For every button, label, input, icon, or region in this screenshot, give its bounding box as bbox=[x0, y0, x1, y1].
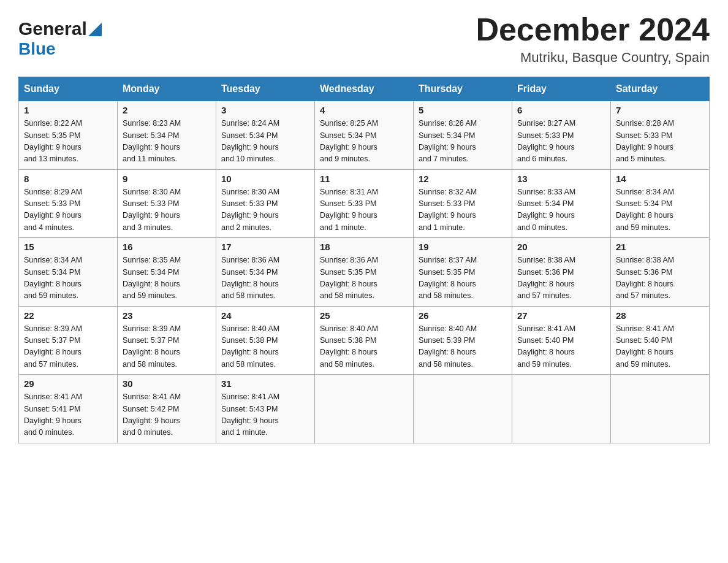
calendar-header-row: Sunday Monday Tuesday Wednesday Thursday… bbox=[19, 77, 710, 101]
table-row: 21 Sunrise: 8:38 AM Sunset: 5:36 PM Dayl… bbox=[611, 238, 710, 307]
table-row: 6 Sunrise: 8:27 AM Sunset: 5:33 PM Dayli… bbox=[512, 101, 611, 170]
title-area: December 2024 Mutriku, Basque Country, S… bbox=[476, 12, 710, 66]
logo-blue-text: Blue bbox=[18, 39, 56, 59]
day-number: 10 bbox=[221, 174, 309, 184]
day-number: 7 bbox=[616, 105, 704, 115]
day-info: Sunrise: 8:25 AM Sunset: 5:34 PM Dayligh… bbox=[320, 118, 408, 166]
table-row: 11 Sunrise: 8:31 AM Sunset: 5:33 PM Dayl… bbox=[315, 169, 414, 238]
table-row: 13 Sunrise: 8:33 AM Sunset: 5:34 PM Dayl… bbox=[512, 169, 611, 238]
day-info: Sunrise: 8:24 AM Sunset: 5:34 PM Dayligh… bbox=[221, 118, 309, 166]
table-row bbox=[315, 375, 414, 443]
table-row: 30 Sunrise: 8:41 AM Sunset: 5:42 PM Dayl… bbox=[118, 375, 216, 443]
header-friday: Friday bbox=[512, 77, 611, 101]
table-row: 31 Sunrise: 8:41 AM Sunset: 5:43 PM Dayl… bbox=[216, 375, 315, 443]
table-row: 7 Sunrise: 8:28 AM Sunset: 5:33 PM Dayli… bbox=[611, 101, 710, 170]
day-info: Sunrise: 8:38 AM Sunset: 5:36 PM Dayligh… bbox=[616, 255, 704, 302]
day-number: 29 bbox=[24, 378, 112, 389]
table-row: 15 Sunrise: 8:34 AM Sunset: 5:34 PM Dayl… bbox=[19, 238, 118, 307]
table-row: 16 Sunrise: 8:35 AM Sunset: 5:34 PM Dayl… bbox=[118, 238, 216, 307]
table-row: 3 Sunrise: 8:24 AM Sunset: 5:34 PM Dayli… bbox=[216, 101, 315, 170]
day-number: 4 bbox=[320, 105, 408, 115]
table-row: 10 Sunrise: 8:30 AM Sunset: 5:33 PM Dayl… bbox=[216, 169, 315, 238]
day-number: 20 bbox=[517, 242, 605, 252]
day-info: Sunrise: 8:26 AM Sunset: 5:34 PM Dayligh… bbox=[419, 118, 507, 166]
table-row: 18 Sunrise: 8:36 AM Sunset: 5:35 PM Dayl… bbox=[315, 238, 414, 307]
table-row: 8 Sunrise: 8:29 AM Sunset: 5:33 PM Dayli… bbox=[19, 169, 118, 238]
day-info: Sunrise: 8:34 AM Sunset: 5:34 PM Dayligh… bbox=[616, 186, 704, 234]
logo-general-text: General bbox=[18, 18, 87, 39]
day-number: 9 bbox=[123, 174, 211, 184]
day-info: Sunrise: 8:30 AM Sunset: 5:33 PM Dayligh… bbox=[221, 186, 309, 234]
day-number: 12 bbox=[419, 174, 507, 184]
header-wednesday: Wednesday bbox=[315, 77, 414, 101]
table-row: 1 Sunrise: 8:22 AM Sunset: 5:35 PM Dayli… bbox=[19, 101, 118, 170]
day-info: Sunrise: 8:36 AM Sunset: 5:35 PM Dayligh… bbox=[320, 255, 408, 302]
day-info: Sunrise: 8:38 AM Sunset: 5:36 PM Dayligh… bbox=[517, 255, 605, 302]
day-number: 25 bbox=[320, 310, 408, 321]
table-row: 22 Sunrise: 8:39 AM Sunset: 5:37 PM Dayl… bbox=[19, 306, 118, 375]
day-info: Sunrise: 8:23 AM Sunset: 5:34 PM Dayligh… bbox=[123, 118, 211, 166]
header-sunday: Sunday bbox=[19, 77, 118, 101]
day-number: 17 bbox=[221, 242, 309, 252]
day-number: 24 bbox=[221, 310, 309, 321]
day-number: 28 bbox=[616, 310, 704, 321]
day-number: 31 bbox=[221, 378, 309, 389]
location-title: Mutriku, Basque Country, Spain bbox=[476, 50, 710, 66]
page-header: General Blue December 2024 Mutriku, Basq… bbox=[18, 12, 710, 66]
day-info: Sunrise: 8:34 AM Sunset: 5:34 PM Dayligh… bbox=[24, 255, 112, 302]
day-number: 5 bbox=[419, 105, 507, 115]
table-row: 23 Sunrise: 8:39 AM Sunset: 5:37 PM Dayl… bbox=[118, 306, 216, 375]
day-number: 2 bbox=[123, 105, 211, 115]
day-number: 13 bbox=[517, 174, 605, 184]
header-tuesday: Tuesday bbox=[216, 77, 315, 101]
logo-triangle-icon bbox=[88, 23, 102, 36]
day-number: 19 bbox=[419, 242, 507, 252]
day-info: Sunrise: 8:41 AM Sunset: 5:42 PM Dayligh… bbox=[123, 391, 211, 439]
day-info: Sunrise: 8:28 AM Sunset: 5:33 PM Dayligh… bbox=[616, 118, 704, 166]
day-info: Sunrise: 8:40 AM Sunset: 5:39 PM Dayligh… bbox=[419, 323, 507, 371]
day-number: 30 bbox=[123, 378, 211, 389]
table-row: 26 Sunrise: 8:40 AM Sunset: 5:39 PM Dayl… bbox=[414, 306, 512, 375]
day-info: Sunrise: 8:33 AM Sunset: 5:34 PM Dayligh… bbox=[517, 186, 605, 234]
day-number: 27 bbox=[517, 310, 605, 321]
table-row: 24 Sunrise: 8:40 AM Sunset: 5:38 PM Dayl… bbox=[216, 306, 315, 375]
svg-marker-0 bbox=[88, 23, 102, 36]
day-number: 3 bbox=[221, 105, 309, 115]
table-row: 5 Sunrise: 8:26 AM Sunset: 5:34 PM Dayli… bbox=[414, 101, 512, 170]
day-number: 1 bbox=[24, 105, 112, 115]
day-info: Sunrise: 8:40 AM Sunset: 5:38 PM Dayligh… bbox=[320, 323, 408, 371]
day-number: 22 bbox=[24, 310, 112, 321]
table-row: 19 Sunrise: 8:37 AM Sunset: 5:35 PM Dayl… bbox=[414, 238, 512, 307]
header-monday: Monday bbox=[118, 77, 216, 101]
day-info: Sunrise: 8:39 AM Sunset: 5:37 PM Dayligh… bbox=[123, 323, 211, 371]
day-number: 11 bbox=[320, 174, 408, 184]
day-info: Sunrise: 8:36 AM Sunset: 5:34 PM Dayligh… bbox=[221, 255, 309, 302]
day-number: 21 bbox=[616, 242, 704, 252]
day-number: 16 bbox=[123, 242, 211, 252]
calendar-week-row: 15 Sunrise: 8:34 AM Sunset: 5:34 PM Dayl… bbox=[19, 238, 710, 307]
table-row: 4 Sunrise: 8:25 AM Sunset: 5:34 PM Dayli… bbox=[315, 101, 414, 170]
day-info: Sunrise: 8:30 AM Sunset: 5:33 PM Dayligh… bbox=[123, 186, 211, 234]
day-number: 6 bbox=[517, 105, 605, 115]
day-number: 8 bbox=[24, 174, 112, 184]
table-row: 12 Sunrise: 8:32 AM Sunset: 5:33 PM Dayl… bbox=[414, 169, 512, 238]
table-row bbox=[414, 375, 512, 443]
table-row: 9 Sunrise: 8:30 AM Sunset: 5:33 PM Dayli… bbox=[118, 169, 216, 238]
day-info: Sunrise: 8:37 AM Sunset: 5:35 PM Dayligh… bbox=[419, 255, 507, 302]
table-row: 25 Sunrise: 8:40 AM Sunset: 5:38 PM Dayl… bbox=[315, 306, 414, 375]
header-thursday: Thursday bbox=[414, 77, 512, 101]
day-info: Sunrise: 8:27 AM Sunset: 5:33 PM Dayligh… bbox=[517, 118, 605, 166]
day-info: Sunrise: 8:22 AM Sunset: 5:35 PM Dayligh… bbox=[24, 118, 112, 166]
day-info: Sunrise: 8:41 AM Sunset: 5:40 PM Dayligh… bbox=[616, 323, 704, 371]
day-info: Sunrise: 8:41 AM Sunset: 5:41 PM Dayligh… bbox=[24, 391, 112, 439]
day-info: Sunrise: 8:35 AM Sunset: 5:34 PM Dayligh… bbox=[123, 255, 211, 302]
day-info: Sunrise: 8:40 AM Sunset: 5:38 PM Dayligh… bbox=[221, 323, 309, 371]
day-number: 14 bbox=[616, 174, 704, 184]
day-number: 23 bbox=[123, 310, 211, 321]
month-title: December 2024 bbox=[476, 12, 710, 47]
table-row bbox=[611, 375, 710, 443]
day-info: Sunrise: 8:29 AM Sunset: 5:33 PM Dayligh… bbox=[24, 186, 112, 234]
logo: General Blue bbox=[18, 18, 102, 59]
table-row: 17 Sunrise: 8:36 AM Sunset: 5:34 PM Dayl… bbox=[216, 238, 315, 307]
day-info: Sunrise: 8:39 AM Sunset: 5:37 PM Dayligh… bbox=[24, 323, 112, 371]
